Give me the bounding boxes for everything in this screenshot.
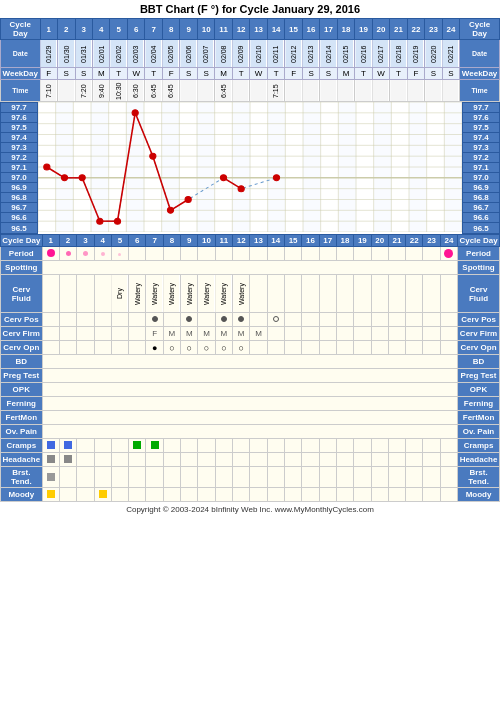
time-6: 6:30 xyxy=(127,80,144,102)
cramp-10 xyxy=(198,439,215,453)
cf-10: Watery xyxy=(198,275,215,313)
fertmon-label-left: FertMon xyxy=(1,411,43,425)
wd-18: M xyxy=(337,68,354,80)
bt-10 xyxy=(198,467,215,488)
cerv-opn-label-left: Cerv Opn xyxy=(1,341,43,355)
date-12: 02/09 xyxy=(232,40,249,68)
temp-lbl-972: 97.2 xyxy=(1,153,37,163)
date-19: 02/16 xyxy=(355,40,372,68)
cfm-8: M xyxy=(163,327,180,341)
preg-test-label-right: Preg Test xyxy=(458,369,500,383)
temp-lbl-r-968: 96.8 xyxy=(463,193,499,203)
mood-23 xyxy=(423,488,440,502)
temp-lbl-r-967: 96.7 xyxy=(463,203,499,213)
cd-4: 4 xyxy=(93,19,110,40)
preg-test-cells xyxy=(42,369,458,383)
period-dot-1 xyxy=(47,249,55,257)
co-3 xyxy=(77,341,94,355)
spotting-label-left: Spotting xyxy=(1,261,43,275)
cerv-pos-dot-14 xyxy=(273,316,279,322)
temp-lbl-r-977: 97.7 xyxy=(463,103,499,113)
date-label-left: Date xyxy=(1,40,41,68)
bt-21 xyxy=(388,467,405,488)
mood-14 xyxy=(267,488,284,502)
cf-14 xyxy=(267,275,284,313)
date-8: 02/05 xyxy=(162,40,179,68)
mood-21 xyxy=(388,488,405,502)
ha-7 xyxy=(146,453,163,467)
date-7: 02/04 xyxy=(145,40,162,68)
cf-11: Watery xyxy=(215,275,232,313)
time-20 xyxy=(372,80,389,102)
bt-24 xyxy=(440,467,457,488)
cd-20: 20 xyxy=(372,19,389,40)
time-10 xyxy=(197,80,214,102)
bt-23 xyxy=(423,467,440,488)
bt-6 xyxy=(129,467,146,488)
cd-3: 3 xyxy=(75,19,92,40)
bt-2 xyxy=(59,467,76,488)
temp-lbl-976: 97.6 xyxy=(1,113,37,123)
cf-22 xyxy=(406,275,423,313)
mood-2 xyxy=(59,488,76,502)
ha-13 xyxy=(250,453,267,467)
cf-21 xyxy=(388,275,405,313)
cramp-1 xyxy=(42,439,59,453)
cerv-fluid-label-left: Cerv Fluid xyxy=(1,275,43,313)
date-11: 02/08 xyxy=(215,40,232,68)
cerv-pos-dot-9 xyxy=(186,316,192,322)
mood-5 xyxy=(111,488,128,502)
cp-18 xyxy=(336,313,353,327)
period-1 xyxy=(42,247,59,261)
bd-label-right: BD xyxy=(458,355,500,369)
mood-24 xyxy=(440,488,457,502)
ha-1 xyxy=(42,453,59,467)
cramp-22 xyxy=(406,439,423,453)
cd-12: 12 xyxy=(232,19,249,40)
cerv-pos-dot-11 xyxy=(221,316,227,322)
date-label-right: Date xyxy=(460,40,500,68)
co-11: ○ xyxy=(215,341,232,355)
mood-11 xyxy=(215,488,232,502)
co-14 xyxy=(267,341,284,355)
mood-9 xyxy=(181,488,198,502)
period-13 xyxy=(250,247,267,261)
cramp-4 xyxy=(94,439,111,453)
svg-point-68 xyxy=(220,175,226,181)
weekday-label-right: WeekDay xyxy=(460,68,500,80)
bt-20 xyxy=(371,467,388,488)
mood-17 xyxy=(319,488,336,502)
co-6 xyxy=(129,341,146,355)
date-3: 01/31 xyxy=(75,40,92,68)
bt-19 xyxy=(354,467,371,488)
ha-18 xyxy=(336,453,353,467)
cp-16 xyxy=(302,313,319,327)
cd-18: 18 xyxy=(337,19,354,40)
cramp-9 xyxy=(181,439,198,453)
mood-16 xyxy=(302,488,319,502)
mood-19 xyxy=(354,488,371,502)
time-8: 6:45 xyxy=(162,80,179,102)
time-2 xyxy=(58,80,75,102)
co-20 xyxy=(371,341,388,355)
cramp-16 xyxy=(302,439,319,453)
time-13 xyxy=(250,80,267,102)
date-9: 02/06 xyxy=(180,40,197,68)
cramp-sq-1 xyxy=(47,441,55,449)
bt-16 xyxy=(302,467,319,488)
cramp-17 xyxy=(319,439,336,453)
cerv-firm-row: Cerv Firm F M M M M M M Cerv Firm xyxy=(1,327,500,341)
period-label-right: Period xyxy=(458,247,500,261)
cf-8: Watery xyxy=(163,275,180,313)
cfm-5 xyxy=(111,327,128,341)
temp-lbl-r-971: 97.1 xyxy=(463,163,499,173)
date-24: 02/21 xyxy=(442,40,459,68)
cf-6: Watery xyxy=(129,275,146,313)
cf-16 xyxy=(302,275,319,313)
period-4 xyxy=(94,247,111,261)
co-10: ○ xyxy=(198,341,215,355)
temp-lbl-r-965: 96.5 xyxy=(463,223,499,233)
ha-8 xyxy=(163,453,180,467)
bt-1 xyxy=(42,467,59,488)
date-14: 02/11 xyxy=(267,40,284,68)
